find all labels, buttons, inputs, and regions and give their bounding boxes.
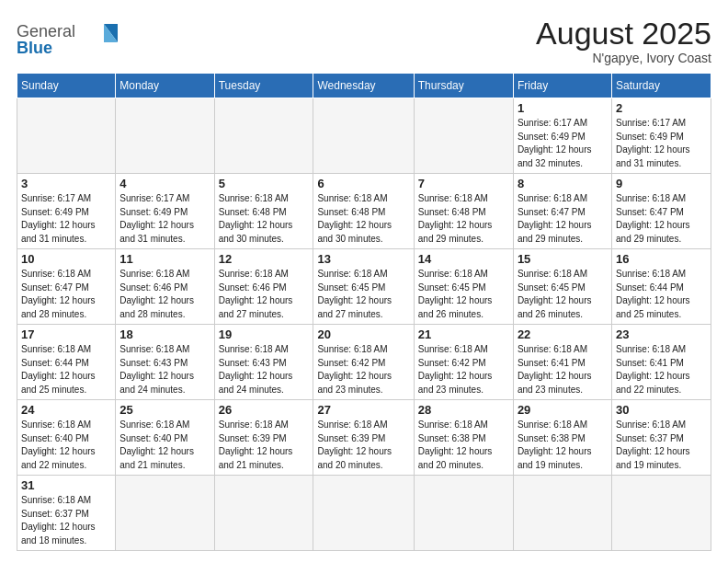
calendar-week-row: 24Sunrise: 6:18 AMSunset: 6:40 PMDayligh… [17,400,711,476]
calendar-day-cell: 20Sunrise: 6:18 AMSunset: 6:42 PMDayligh… [313,325,414,400]
day-info: Sunrise: 6:18 AMSunset: 6:38 PMDaylight:… [518,419,608,472]
calendar-day-cell: 23Sunrise: 6:18 AMSunset: 6:41 PMDayligh… [612,325,711,400]
calendar-day-cell [313,476,414,551]
day-number: 18 [119,327,210,341]
calendar-day-cell: 10Sunrise: 6:18 AMSunset: 6:47 PMDayligh… [17,249,116,325]
svg-text:Blue: Blue [17,39,52,57]
day-number: 10 [21,252,111,266]
calendar-day-cell [513,476,611,551]
calendar-day-cell: 1Sunrise: 6:17 AMSunset: 6:49 PMDaylight… [513,98,611,174]
calendar-day-cell: 26Sunrise: 6:18 AMSunset: 6:39 PMDayligh… [214,400,313,476]
calendar-day-cell: 21Sunrise: 6:18 AMSunset: 6:42 PMDayligh… [414,325,513,400]
day-info: Sunrise: 6:18 AMSunset: 6:40 PMDaylight:… [119,419,210,472]
weekday-header-monday: Monday [116,74,214,98]
calendar-week-row: 1Sunrise: 6:17 AMSunset: 6:49 PMDaylight… [17,98,711,174]
day-number: 3 [21,177,111,190]
day-info: Sunrise: 6:17 AMSunset: 6:49 PMDaylight:… [616,117,707,170]
day-info: Sunrise: 6:18 AMSunset: 6:41 PMDaylight:… [518,343,608,396]
calendar-week-row: 31Sunrise: 6:18 AMSunset: 6:37 PMDayligh… [17,476,711,551]
calendar-day-cell: 12Sunrise: 6:18 AMSunset: 6:46 PMDayligh… [214,249,313,325]
day-info: Sunrise: 6:18 AMSunset: 6:45 PMDaylight:… [418,268,509,321]
day-number: 22 [518,327,608,341]
calendar-day-cell: 13Sunrise: 6:18 AMSunset: 6:45 PMDayligh… [313,249,414,325]
day-number: 26 [219,403,310,417]
calendar-day-cell: 29Sunrise: 6:18 AMSunset: 6:38 PMDayligh… [513,400,611,476]
day-info: Sunrise: 6:18 AMSunset: 6:47 PMDaylight:… [518,192,608,246]
day-number: 9 [616,177,707,190]
calendar-day-cell: 17Sunrise: 6:18 AMSunset: 6:44 PMDayligh… [17,325,116,400]
svg-text:General: General [17,22,75,40]
day-info: Sunrise: 6:18 AMSunset: 6:48 PMDaylight:… [219,192,310,246]
calendar-day-cell: 28Sunrise: 6:18 AMSunset: 6:38 PMDayligh… [414,400,513,476]
day-info: Sunrise: 6:18 AMSunset: 6:48 PMDaylight:… [418,192,509,246]
day-number: 19 [219,327,310,341]
day-number: 2 [616,101,707,115]
calendar-day-cell: 2Sunrise: 6:17 AMSunset: 6:49 PMDaylight… [612,98,711,174]
calendar-day-cell: 9Sunrise: 6:18 AMSunset: 6:47 PMDaylight… [612,174,711,249]
day-info: Sunrise: 6:18 AMSunset: 6:42 PMDaylight:… [317,343,409,396]
day-info: Sunrise: 6:18 AMSunset: 6:38 PMDaylight:… [418,419,509,472]
day-number: 20 [317,327,409,341]
calendar-day-cell: 4Sunrise: 6:17 AMSunset: 6:49 PMDaylight… [116,174,214,249]
day-number: 25 [119,403,210,417]
day-info: Sunrise: 6:18 AMSunset: 6:47 PMDaylight:… [616,192,707,246]
weekday-header-wednesday: Wednesday [313,74,414,98]
day-number: 14 [418,252,509,266]
day-info: Sunrise: 6:17 AMSunset: 6:49 PMDaylight:… [21,192,111,246]
day-number: 21 [418,327,509,341]
calendar-table: SundayMondayTuesdayWednesdayThursdayFrid… [17,73,711,551]
calendar-week-row: 10Sunrise: 6:18 AMSunset: 6:47 PMDayligh… [17,249,711,325]
calendar-day-cell: 31Sunrise: 6:18 AMSunset: 6:37 PMDayligh… [17,476,116,551]
calendar-day-cell: 11Sunrise: 6:18 AMSunset: 6:46 PMDayligh… [116,249,214,325]
day-number: 11 [119,252,210,266]
location-subtitle: N'gapye, Ivory Coast [536,51,711,65]
weekday-header-friday: Friday [513,74,611,98]
logo-icon: General Blue [17,17,118,57]
weekday-header-saturday: Saturday [612,74,711,98]
weekday-header-tuesday: Tuesday [214,74,313,98]
calendar-day-cell [116,98,214,174]
day-number: 16 [616,252,707,266]
day-number: 17 [21,327,111,341]
header: General Blue August 2025 N'gapye, Ivory … [17,17,711,65]
calendar-day-cell [116,476,214,551]
day-info: Sunrise: 6:18 AMSunset: 6:46 PMDaylight:… [219,268,310,321]
calendar-day-cell [313,98,414,174]
logo: General Blue [17,17,118,61]
calendar-day-cell: 25Sunrise: 6:18 AMSunset: 6:40 PMDayligh… [116,400,214,476]
calendar-day-cell: 16Sunrise: 6:18 AMSunset: 6:44 PMDayligh… [612,249,711,325]
day-number: 7 [418,177,509,190]
title-area: August 2025 N'gapye, Ivory Coast [536,17,711,65]
weekday-header-row: SundayMondayTuesdayWednesdayThursdayFrid… [17,74,711,98]
day-info: Sunrise: 6:18 AMSunset: 6:48 PMDaylight:… [317,192,409,246]
calendar-day-cell [414,476,513,551]
calendar-day-cell [17,98,116,174]
calendar-day-cell: 5Sunrise: 6:18 AMSunset: 6:48 PMDaylight… [214,174,313,249]
calendar-day-cell [214,476,313,551]
day-info: Sunrise: 6:18 AMSunset: 6:44 PMDaylight:… [616,268,707,321]
calendar-day-cell: 24Sunrise: 6:18 AMSunset: 6:40 PMDayligh… [17,400,116,476]
calendar-day-cell [612,476,711,551]
calendar-day-cell: 6Sunrise: 6:18 AMSunset: 6:48 PMDaylight… [313,174,414,249]
day-number: 28 [418,403,509,417]
calendar-day-cell [414,98,513,174]
day-number: 31 [21,478,111,492]
calendar-day-cell: 19Sunrise: 6:18 AMSunset: 6:43 PMDayligh… [214,325,313,400]
day-info: Sunrise: 6:18 AMSunset: 6:37 PMDaylight:… [616,419,707,472]
day-number: 12 [219,252,310,266]
day-info: Sunrise: 6:18 AMSunset: 6:43 PMDaylight:… [119,343,210,396]
calendar-day-cell [214,98,313,174]
day-info: Sunrise: 6:18 AMSunset: 6:47 PMDaylight:… [21,268,111,321]
day-info: Sunrise: 6:18 AMSunset: 6:45 PMDaylight:… [518,268,608,321]
calendar-week-row: 3Sunrise: 6:17 AMSunset: 6:49 PMDaylight… [17,174,711,249]
day-info: Sunrise: 6:17 AMSunset: 6:49 PMDaylight:… [518,117,608,170]
day-number: 6 [317,177,409,190]
day-info: Sunrise: 6:17 AMSunset: 6:49 PMDaylight:… [119,192,210,246]
calendar-day-cell: 3Sunrise: 6:17 AMSunset: 6:49 PMDaylight… [17,174,116,249]
day-info: Sunrise: 6:18 AMSunset: 6:40 PMDaylight:… [21,419,111,472]
day-info: Sunrise: 6:18 AMSunset: 6:39 PMDaylight:… [219,419,310,472]
day-info: Sunrise: 6:18 AMSunset: 6:39 PMDaylight:… [317,419,409,472]
calendar-week-row: 17Sunrise: 6:18 AMSunset: 6:44 PMDayligh… [17,325,711,400]
weekday-header-thursday: Thursday [414,74,513,98]
day-number: 27 [317,403,409,417]
